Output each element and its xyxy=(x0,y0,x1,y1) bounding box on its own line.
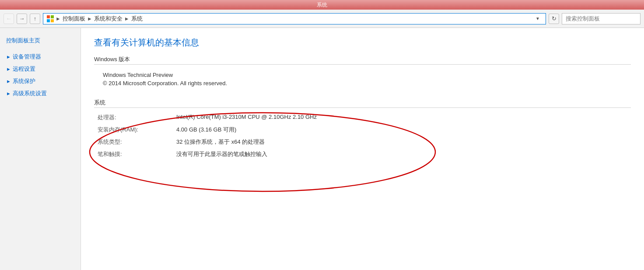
svg-rect-0 xyxy=(47,15,50,18)
ram-label: 安装内存(RAM): xyxy=(98,126,176,134)
breadcrumb-separator-2: ► xyxy=(87,16,92,22)
breadcrumb-separator-1: ► xyxy=(56,16,61,22)
sidebar-item-label: 系统保护 xyxy=(13,77,35,85)
system-info-rows: 处理器: Intel(R) Core(TM) i3-2310M CPU @ 2.… xyxy=(94,111,631,160)
title-bar: 系统 xyxy=(0,0,644,10)
sidebar-item-remote-settings[interactable]: ► 远程设置 xyxy=(4,63,77,75)
processor-row: 处理器: Intel(R) Core(TM) i3-2310M CPU @ 2.… xyxy=(94,111,631,124)
windows-logo-icon xyxy=(47,15,54,22)
arrow-icon: ► xyxy=(6,54,11,59)
svg-rect-3 xyxy=(51,19,54,22)
windows-version-content: Windows Technical Preview © 2014 Microso… xyxy=(94,68,631,92)
windows-version-label: Windows 版本 xyxy=(94,55,631,65)
system-section-label: 系统 xyxy=(94,99,631,108)
pen-touch-label: 笔和触摸: xyxy=(98,150,176,158)
back-icon: ← xyxy=(6,15,12,22)
page-title: 查看有关计算机的基本信息 xyxy=(94,37,631,48)
address-dropdown-button[interactable]: ▼ xyxy=(533,14,542,23)
title-bar-text: 系统 xyxy=(317,1,327,9)
processor-value: Intel(R) Core(TM) i3-2310M CPU @ 2.10GHz… xyxy=(176,114,317,121)
svg-rect-1 xyxy=(51,15,54,18)
svg-rect-2 xyxy=(47,19,50,22)
system-type-label: 系统类型: xyxy=(98,138,176,146)
sidebar-item-label: 远程设置 xyxy=(13,65,35,73)
forward-button[interactable]: → xyxy=(17,14,27,24)
main-layout: 控制面板主页 ► 设备管理器 ► 远程设置 ► 系统保护 ► 高级系统设置 查看… xyxy=(0,28,644,270)
system-type-value: 32 位操作系统，基于 x64 的处理器 xyxy=(176,138,265,146)
os-name: Windows Technical Preview xyxy=(103,72,622,78)
arrow-icon: ► xyxy=(6,66,11,72)
sidebar-item-device-manager[interactable]: ► 设备管理器 xyxy=(4,51,77,63)
breadcrumb-item-2[interactable]: 系统和安全 xyxy=(94,15,122,23)
pen-touch-value: 没有可用于此显示器的笔或触控输入 xyxy=(176,150,267,158)
search-box[interactable] xyxy=(562,13,640,24)
system-type-row: 系统类型: 32 位操作系统，基于 x64 的处理器 xyxy=(94,136,631,148)
refresh-button[interactable]: ↻ xyxy=(549,14,559,24)
refresh-icon: ↻ xyxy=(552,15,556,22)
processor-label: 处理器: xyxy=(98,114,176,121)
sidebar-item-label: 高级系统设置 xyxy=(13,90,47,97)
arrow-icon: ► xyxy=(6,91,11,96)
up-icon: ↑ xyxy=(34,15,37,22)
address-box[interactable]: ► 控制面板 ► 系统和安全 ► 系统 ▼ xyxy=(43,13,546,24)
arrow-icon: ► xyxy=(6,79,11,84)
search-input[interactable] xyxy=(566,15,637,22)
system-section: 系统 处理器: Intel(R) Core(TM) i3-2310M CPU @… xyxy=(94,99,631,160)
sidebar-item-system-protection[interactable]: ► 系统保护 xyxy=(4,75,77,87)
copyright-text: © 2014 Microsoft Corporation. All rights… xyxy=(103,80,622,87)
pen-touch-row: 笔和触摸: 没有可用于此显示器的笔或触控输入 xyxy=(94,148,631,160)
ram-value: 4.00 GB (3.16 GB 可用) xyxy=(176,126,236,134)
breadcrumb-item-3[interactable]: 系统 xyxy=(131,15,143,23)
back-button[interactable]: ← xyxy=(4,14,14,24)
address-bar: ← → ↑ ► 控制面板 ► 系统和安全 ► 系统 ▼ ↻ xyxy=(0,10,644,28)
address-dropdown: ▼ xyxy=(533,14,542,23)
content-area: 查看有关计算机的基本信息 Windows 版本 Windows Technica… xyxy=(81,28,644,270)
up-button[interactable]: ↑ xyxy=(30,14,40,24)
sidebar-home-link[interactable]: 控制面板主页 xyxy=(4,35,77,46)
sidebar: 控制面板主页 ► 设备管理器 ► 远程设置 ► 系统保护 ► 高级系统设置 xyxy=(0,28,81,270)
ram-row: 安装内存(RAM): 4.00 GB (3.16 GB 可用) xyxy=(94,124,631,136)
sidebar-item-advanced-settings[interactable]: ► 高级系统设置 xyxy=(4,87,77,100)
breadcrumb-item-1[interactable]: 控制面板 xyxy=(63,15,85,23)
forward-icon: → xyxy=(19,15,25,22)
breadcrumb-separator-3: ► xyxy=(124,16,130,22)
windows-version-section: Windows 版本 Windows Technical Preview © 2… xyxy=(94,55,631,92)
sidebar-item-label: 设备管理器 xyxy=(13,53,41,61)
